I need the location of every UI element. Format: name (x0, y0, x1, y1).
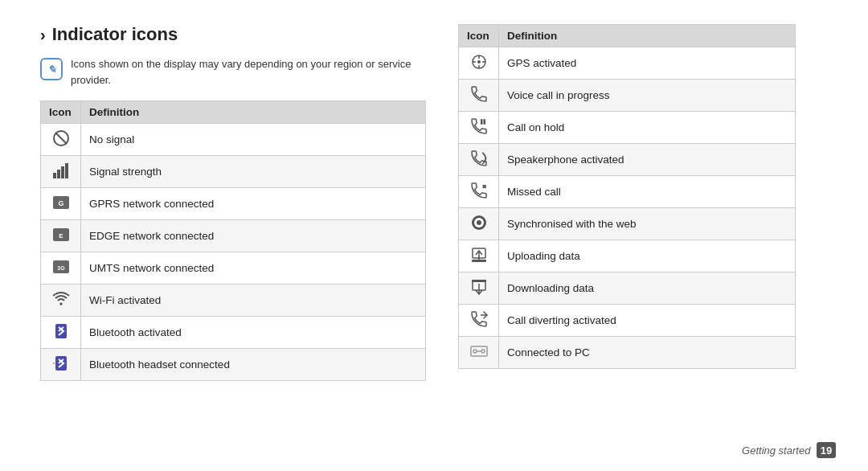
icon-cell (459, 240, 499, 272)
footer: Getting started 19 (742, 442, 836, 458)
row-definition: Bluetooth headset connected (81, 349, 426, 381)
svg-point-12 (59, 303, 62, 305)
svg-text:E: E (59, 232, 63, 240)
table-row: Downloading data (459, 272, 796, 305)
right-table-header: Icon Definition (459, 25, 796, 47)
row-definition: GPRS network connected (81, 188, 426, 220)
download-icon (469, 277, 489, 297)
table-row: Connected to PC (459, 337, 796, 369)
footer-page: 19 (817, 442, 836, 458)
left-column: › Indicator icons ✎ Icons shown on the d… (40, 24, 426, 455)
voice-call-icon (469, 84, 489, 104)
table-row: G GPRS network connected (41, 188, 426, 220)
gprs-icon: G (51, 193, 71, 212)
icon-cell: G (41, 188, 81, 220)
speakerphone-icon (469, 149, 489, 168)
row-definition: Signal strength (81, 156, 426, 188)
svg-rect-22 (481, 119, 483, 125)
call-divert-icon (469, 309, 489, 329)
row-definition: UMTS network connected (81, 252, 426, 285)
table-row: Missed call (459, 176, 796, 208)
left-table: Icon Definition No signal (40, 100, 426, 381)
icon-cell (459, 272, 499, 305)
table-row: Call on hold (459, 112, 796, 144)
icon-cell (459, 337, 499, 369)
row-definition: GPS activated (499, 47, 796, 80)
table-row: Wi-Fi activated (41, 285, 426, 317)
row-definition: Speakerphone activated (499, 144, 796, 176)
icon-cell (41, 124, 81, 156)
table-row: Voice call in progress (459, 80, 796, 112)
svg-rect-32 (472, 280, 486, 282)
svg-line-1 (55, 133, 67, 144)
table-row: Speakerphone activated (459, 144, 796, 176)
bluetooth-icon (51, 322, 71, 341)
row-definition: Uploading data (499, 240, 796, 272)
icon-cell (459, 47, 499, 80)
icon-cell (41, 156, 81, 188)
page-title: Indicator icons (52, 24, 178, 45)
left-col-icon: Icon (41, 101, 81, 124)
svg-text:G: G (58, 199, 63, 207)
svg-rect-3 (57, 170, 60, 178)
wifi-icon (51, 289, 71, 309)
row-definition: Downloading data (499, 272, 796, 305)
svg-rect-29 (472, 260, 486, 262)
edge-icon: E (51, 225, 71, 244)
svg-text:3G: 3G (57, 265, 65, 271)
bluetooth-headset-icon (51, 354, 71, 373)
table-row: Bluetooth headset connected (41, 349, 426, 381)
notice-icon: ✎ (40, 58, 63, 80)
missed-call-icon (469, 181, 489, 200)
signal-strength-icon (51, 161, 71, 180)
right-table: Icon Definition (458, 24, 796, 369)
row-definition: No signal (81, 124, 426, 156)
icon-cell (41, 349, 81, 381)
row-definition: Call on hold (499, 112, 796, 144)
row-definition: Connected to PC (499, 337, 796, 369)
chevron-icon: › (40, 26, 46, 44)
svg-rect-5 (65, 163, 68, 178)
table-row: No signal (41, 124, 426, 156)
table-row: Uploading data (459, 240, 796, 272)
table-row: Call diverting activated (459, 305, 796, 337)
no-signal-icon (51, 129, 71, 148)
table-row: GPS activated (459, 47, 796, 80)
row-definition: Missed call (499, 176, 796, 208)
icon-cell (459, 144, 499, 176)
sync-web-icon (469, 213, 489, 232)
icon-cell (459, 176, 499, 208)
umts-icon: 3G (51, 257, 71, 276)
notice-text: Icons shown on the display may vary depe… (71, 56, 426, 88)
table-row: Signal strength (41, 156, 426, 188)
svg-rect-14 (55, 356, 67, 371)
svg-point-35 (481, 350, 485, 353)
row-definition: Call diverting activated (499, 305, 796, 337)
row-definition: Bluetooth activated (81, 317, 426, 349)
icon-cell (459, 208, 499, 240)
svg-point-26 (477, 220, 481, 225)
svg-rect-4 (61, 166, 64, 178)
page-container: › Indicator icons ✎ Icons shown on the d… (0, 0, 868, 471)
icon-cell (459, 112, 499, 144)
icon-cell (41, 285, 81, 317)
footer-text: Getting started (742, 444, 810, 457)
section-title: › Indicator icons (40, 24, 426, 45)
call-hold-icon (469, 117, 489, 136)
svg-rect-13 (55, 324, 67, 338)
row-definition: EDGE network connected (81, 220, 426, 252)
icon-cell (459, 305, 499, 337)
table-row: 3G UMTS network connected (41, 252, 426, 285)
svg-point-21 (477, 60, 481, 63)
row-definition: Wi-Fi activated (81, 285, 426, 317)
icon-cell: 3G (41, 252, 81, 285)
svg-rect-23 (483, 119, 485, 125)
right-col-icon: Icon (459, 25, 499, 47)
table-row: E EDGE network connected (41, 220, 426, 252)
pc-connect-icon (469, 342, 489, 361)
left-table-header: Icon Definition (41, 101, 426, 124)
svg-rect-2 (53, 173, 56, 178)
table-row: Synchronised with the web (459, 208, 796, 240)
row-definition: Synchronised with the web (499, 208, 796, 240)
table-row: Bluetooth activated (41, 317, 426, 349)
